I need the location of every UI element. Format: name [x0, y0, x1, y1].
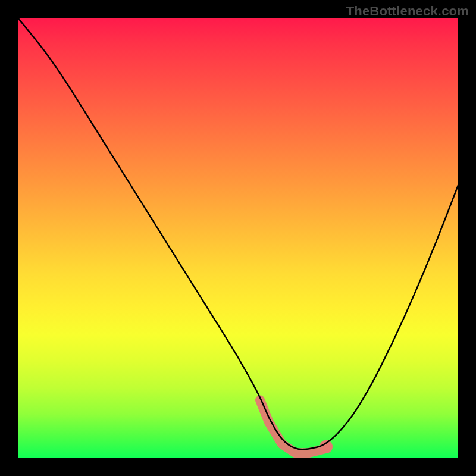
- plot-area: [18, 18, 458, 458]
- chart-overlay: [18, 18, 458, 458]
- watermark-text: TheBottleneck.com: [346, 4, 469, 19]
- optimal-range-end-marker: [320, 440, 333, 453]
- optimal-range-band: [260, 400, 326, 453]
- bottleneck-curve: [18, 18, 458, 449]
- chart-frame: TheBottleneck.com: [0, 0, 476, 476]
